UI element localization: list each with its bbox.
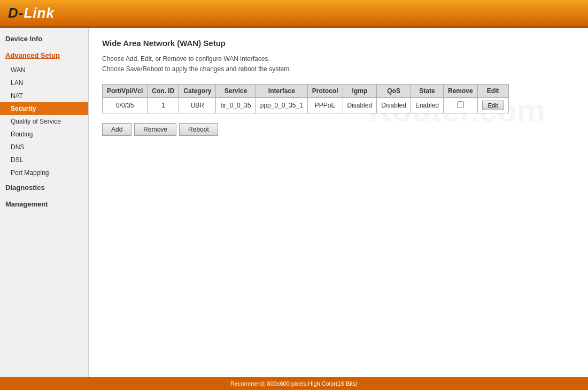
sidebar-item-port-mapping[interactable]: Port Mapping [0, 166, 88, 179]
sidebar-item-dns[interactable]: DNS [0, 141, 88, 154]
col-state: State [411, 85, 443, 98]
col-edit: Edit [477, 85, 508, 98]
col-remove: Remove [443, 85, 477, 98]
dlink-logo: D-Link [8, 5, 55, 21]
cell-port: 0/0/35 [103, 98, 148, 113]
remove-checkbox[interactable] [457, 101, 464, 108]
reboot-button[interactable]: Reboot [179, 123, 218, 136]
description-line1: Choose Add, Edit, or Remove to configure… [102, 54, 575, 64]
col-interface: Interface [256, 85, 307, 98]
remove-button[interactable]: Remove [134, 123, 176, 136]
add-button[interactable]: Add [102, 123, 131, 136]
layout: Device Info Advanced Setup WAN LAN NAT S… [0, 28, 588, 377]
sidebar-item-dsl[interactable]: DSL [0, 154, 88, 166]
sidebar-item-routing[interactable]: Routing [0, 128, 88, 141]
description-line2: Choose Save/Reboot to apply the changes … [102, 64, 575, 74]
col-qos: QoS [377, 85, 411, 98]
sidebar-item-qos[interactable]: Quality of Service [0, 115, 88, 128]
footer: Recommend: 800x600 pixels,High Color(16 … [0, 377, 588, 390]
sidebar-item-diagnostics[interactable]: Diagnostics [0, 179, 88, 196]
col-port: Port/Vpi/Vci [103, 85, 148, 98]
cell-edit[interactable]: Edit [477, 98, 508, 113]
cell-interface: ppp_0_0_35_1 [256, 98, 307, 113]
col-conid: Con. ID [148, 85, 179, 98]
footer-text: Recommend: 800x600 pixels,High Color(16 … [230, 380, 358, 387]
wan-table: Port/Vpi/Vci Con. ID Category Service In… [102, 84, 509, 113]
cell-service: br_0_0_35 [216, 98, 256, 113]
edit-button[interactable]: Edit [482, 101, 504, 110]
col-protocol: Protocol [307, 85, 343, 98]
page-title: Wide Area Network (WAN) Setup [102, 39, 575, 48]
description: Choose Add, Edit, or Remove to configure… [102, 54, 575, 74]
button-row: Add Remove Reboot [102, 123, 575, 136]
cell-remove[interactable] [443, 98, 477, 113]
sidebar-item-management[interactable]: Management [0, 196, 88, 212]
cell-igmp: Disabled [343, 98, 377, 113]
table-row: 0/0/35 1 UBR br_0_0_35 ppp_0_0_35_1 PPPo… [103, 98, 509, 113]
sidebar-item-device-info[interactable]: Device Info [0, 30, 88, 47]
cell-qos: Disabled [377, 98, 411, 113]
col-service: Service [216, 85, 256, 98]
cell-protocol: PPPoE [307, 98, 343, 113]
col-category: Category [179, 85, 216, 98]
sidebar-item-security[interactable]: Security [0, 102, 88, 115]
col-igmp: Igmp [343, 85, 377, 98]
logo-d: D- [8, 5, 24, 21]
header: D-Link [0, 0, 588, 28]
logo-link: Link [24, 5, 54, 21]
cell-state: Enabled [411, 98, 443, 113]
sidebar-item-nat[interactable]: NAT [0, 89, 88, 102]
cell-conid: 1 [148, 98, 179, 113]
sidebar-item-advanced-setup[interactable]: Advanced Setup [0, 47, 88, 64]
sidebar-item-wan[interactable]: WAN [0, 64, 88, 77]
sidebar-item-lan[interactable]: LAN [0, 77, 88, 89]
cell-category: UBR [179, 98, 216, 113]
sidebar: Device Info Advanced Setup WAN LAN NAT S… [0, 28, 89, 377]
main-content: Router.com Wide Area Network (WAN) Setup… [89, 28, 588, 377]
